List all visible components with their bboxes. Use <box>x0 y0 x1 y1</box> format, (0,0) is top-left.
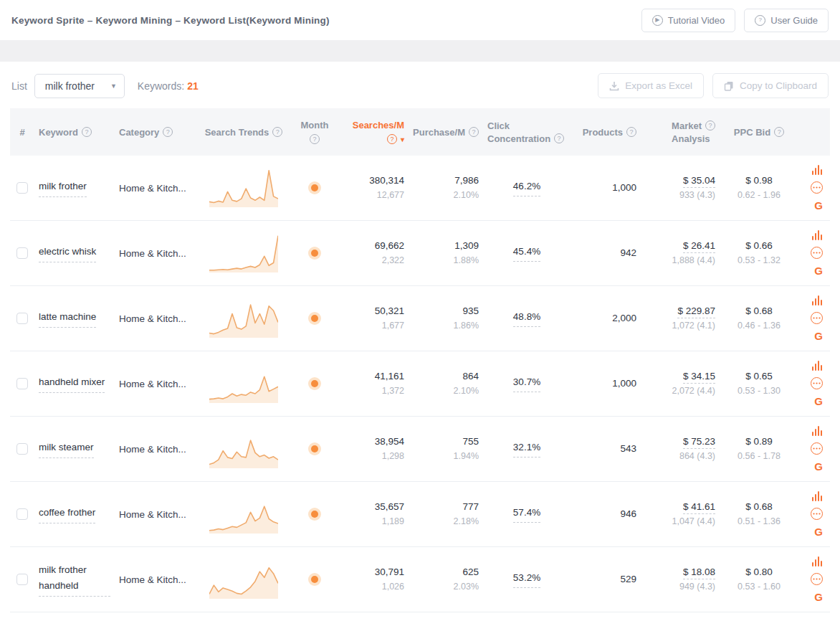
user-guide-button[interactable]: ? User Guide <box>744 9 829 32</box>
row-checkbox[interactable] <box>16 574 28 585</box>
help-icon[interactable]: ? <box>626 127 636 137</box>
more-options-icon[interactable] <box>811 181 823 194</box>
bar-chart-icon[interactable] <box>811 165 823 175</box>
google-trends-icon[interactable]: G <box>814 200 823 211</box>
month-cell <box>294 180 335 196</box>
more-options-icon[interactable] <box>811 377 823 389</box>
market-price-value[interactable]: $ 75.23 <box>683 436 715 449</box>
col-category[interactable]: Category ? <box>115 120 194 145</box>
col-purchase[interactable]: Purchase/M ? <box>409 120 483 145</box>
search-trend-sparkline[interactable] <box>209 169 278 207</box>
search-trend-sparkline[interactable] <box>209 299 278 338</box>
list-toolbar: List milk frother ▼ Keywords:21 Export a… <box>0 62 840 108</box>
bar-chart-icon[interactable] <box>811 230 823 240</box>
dropdown-caret-icon: ▼ <box>110 82 117 90</box>
col-searches-sorted[interactable]: Searches/M ? ▾ <box>335 113 409 151</box>
help-icon[interactable]: ? <box>774 127 784 137</box>
help-icon[interactable]: ? <box>387 134 397 144</box>
help-icon[interactable]: ? <box>272 127 282 137</box>
col-products[interactable]: Products ? <box>571 120 641 145</box>
google-trends-icon[interactable]: G <box>814 265 823 276</box>
bar-chart-icon[interactable] <box>811 556 823 567</box>
google-trends-icon[interactable]: G <box>814 331 823 341</box>
click-concentration-value[interactable]: 46.2% <box>513 179 540 196</box>
market-analysis-cell: $ 229.87 1,072 (4.1) <box>641 300 720 337</box>
click-concentration-value[interactable]: 53.2% <box>513 571 540 588</box>
more-options-icon[interactable] <box>811 247 823 259</box>
google-trends-icon[interactable]: G <box>814 396 823 407</box>
row-checkbox[interactable] <box>16 247 28 259</box>
search-trend-sparkline[interactable] <box>209 560 278 599</box>
market-price-value[interactable]: $ 26.41 <box>683 240 715 253</box>
market-price-value[interactable]: $ 229.87 <box>677 305 715 318</box>
list-dropdown[interactable]: milk frother ▼ <box>34 74 125 98</box>
ppc-range-value: 0.53 - 1.32 <box>738 254 781 267</box>
more-options-icon[interactable] <box>811 312 823 324</box>
keyword-link[interactable]: latte machine <box>39 309 96 328</box>
more-options-icon[interactable] <box>811 573 823 585</box>
help-icon[interactable]: ? <box>163 127 173 137</box>
ppc-range-value: 0.51 - 1.36 <box>738 515 781 528</box>
searches-cell: 380,314 12,677 <box>335 169 409 207</box>
bar-chart-icon[interactable] <box>811 295 823 305</box>
sort-desc-icon[interactable]: ▾ <box>401 136 404 143</box>
google-trends-icon[interactable]: G <box>814 592 823 602</box>
click-concentration-value[interactable]: 48.8% <box>513 310 540 327</box>
row-checkbox[interactable] <box>16 443 28 455</box>
purchase-cell: 935 1.86% <box>409 300 483 337</box>
copy-clipboard-button[interactable]: Copy to Clipboard <box>712 73 829 98</box>
keyword-link[interactable]: electric whisk <box>39 244 96 262</box>
bar-chart-icon[interactable] <box>811 426 823 436</box>
help-icon[interactable]: ? <box>82 127 92 137</box>
col-click-concentration[interactable]: Click Concentration ? <box>483 113 571 151</box>
export-excel-button[interactable]: Export as Excel <box>598 73 704 98</box>
more-options-icon[interactable] <box>811 508 823 520</box>
market-price-value[interactable]: $ 41.61 <box>683 501 715 514</box>
purchase-cell: 625 2.03% <box>409 561 483 598</box>
market-price-value[interactable]: $ 34.15 <box>683 371 715 384</box>
keyword-link[interactable]: milk frother handheld <box>39 562 110 596</box>
keyword-link[interactable]: handheld mixer <box>39 374 105 393</box>
row-checkbox[interactable] <box>16 508 28 520</box>
tutorial-video-button[interactable]: ▶ Tutorial Video <box>641 9 736 32</box>
click-concentration-value[interactable]: 30.7% <box>513 375 540 392</box>
col-month[interactable]: Month ? <box>294 113 335 151</box>
ppc-bid-cell: $ 0.80 0.53 - 1.60 <box>720 561 798 598</box>
row-checkbox[interactable] <box>16 182 28 194</box>
bar-chart-icon[interactable] <box>811 491 823 501</box>
col-market-analysis[interactable]: Market ? Analysis <box>641 113 720 151</box>
searches-sub-value: 12,677 <box>377 189 404 202</box>
search-trend-sparkline[interactable] <box>209 364 278 403</box>
row-actions-cell: G <box>798 487 830 541</box>
keyword-link[interactable]: milk frother <box>39 179 87 197</box>
month-indicator-dot <box>311 576 318 583</box>
purchase-value: 935 <box>462 304 479 319</box>
help-icon[interactable]: ? <box>554 133 564 143</box>
col-search-trends[interactable]: Search Trends ? <box>194 120 294 145</box>
market-price-value[interactable]: $ 35.04 <box>683 175 715 188</box>
month-indicator-dot <box>311 511 318 518</box>
market-price-value[interactable]: $ 18.08 <box>683 567 715 579</box>
col-ppc-bid[interactable]: PPC Bid ? <box>720 120 798 145</box>
click-concentration-value[interactable]: 57.4% <box>513 506 540 523</box>
more-options-icon[interactable] <box>811 442 823 455</box>
click-concentration-value[interactable]: 32.1% <box>513 440 540 458</box>
keyword-link[interactable]: coffee frother <box>39 505 95 523</box>
help-icon[interactable]: ? <box>310 134 320 144</box>
search-trend-cell <box>194 425 294 473</box>
row-checkbox[interactable] <box>16 378 28 389</box>
google-trends-icon[interactable]: G <box>814 461 823 472</box>
help-icon[interactable]: ? <box>705 120 715 131</box>
click-concentration-value[interactable]: 45.4% <box>513 245 540 262</box>
search-trend-sparkline[interactable] <box>209 495 278 534</box>
google-trends-icon[interactable]: G <box>814 526 823 537</box>
search-trend-sparkline[interactable] <box>209 430 278 468</box>
keyword-link[interactable]: milk steamer <box>39 440 94 458</box>
help-icon[interactable]: ? <box>469 127 479 137</box>
bar-chart-icon[interactable] <box>811 361 823 371</box>
list-label: List <box>11 80 27 92</box>
row-checkbox[interactable] <box>16 313 28 324</box>
col-keyword[interactable]: Keyword ? <box>34 120 115 145</box>
search-trend-cell <box>194 490 294 538</box>
search-trend-sparkline[interactable] <box>209 234 278 272</box>
